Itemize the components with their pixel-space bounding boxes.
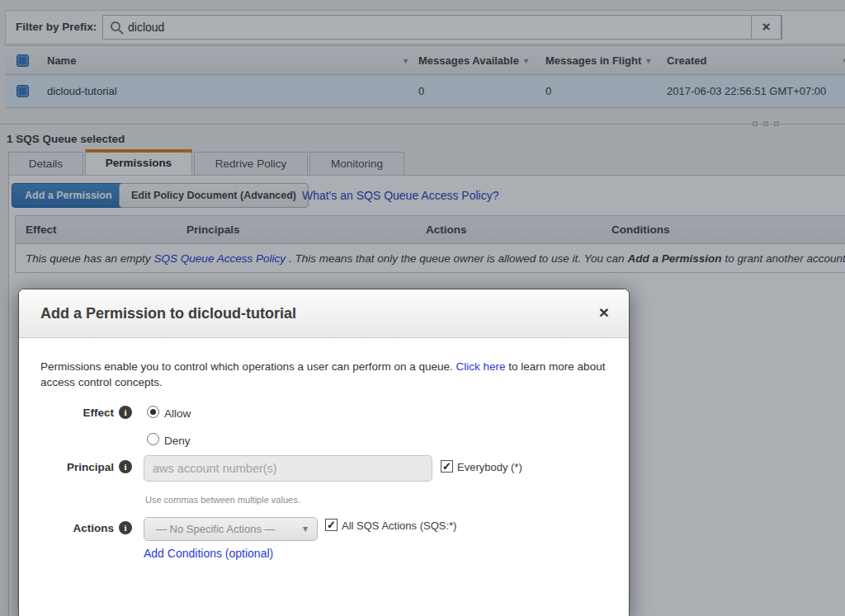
add-permission-dialog: Add a Permission to dicloud-tutorial × P…: [18, 289, 630, 616]
chevron-down-icon: ▾: [303, 518, 308, 540]
add-conditions-link[interactable]: Add Conditions (optional): [144, 547, 273, 560]
everybody-checkbox[interactable]: ✓: [441, 460, 453, 473]
effect-allow-radio[interactable]: [147, 406, 159, 418]
effect-deny-radio[interactable]: [147, 433, 159, 445]
dialog-title: Add a Permission to dicloud-tutorial: [40, 289, 296, 338]
principal-info-icon[interactable]: i: [119, 460, 132, 473]
sqs-console-screen: Filter by Prefix: × Name ▾: [0, 0, 845, 616]
effect-allow-label[interactable]: Allow: [164, 407, 191, 420]
actions-info-icon[interactable]: i: [119, 521, 132, 534]
actions-dropdown-value: — No Specific Actions —: [156, 518, 276, 540]
all-sqs-actions-label[interactable]: All SQS Actions (SQS:*): [342, 520, 456, 532]
everybody-label[interactable]: Everybody (*): [457, 461, 522, 473]
principal-helper-text: Use commas between multiple values.: [145, 495, 300, 505]
principal-input[interactable]: [144, 455, 432, 482]
dialog-header: Add a Permission to dicloud-tutorial ×: [19, 289, 629, 338]
effect-info-icon[interactable]: i: [119, 406, 132, 419]
effect-deny-label[interactable]: Deny: [164, 435, 191, 447]
all-sqs-actions-checkbox[interactable]: ✓: [325, 519, 338, 531]
dialog-intro-text: Permissions enable you to control which …: [40, 359, 613, 390]
actions-dropdown[interactable]: — No Specific Actions — ▾: [144, 517, 318, 541]
effect-label: Effect: [19, 407, 114, 419]
close-icon[interactable]: ×: [599, 303, 609, 322]
principal-label: Principal: [19, 461, 114, 473]
click-here-link[interactable]: Click here: [456, 360, 506, 373]
actions-label: Actions: [19, 522, 114, 534]
